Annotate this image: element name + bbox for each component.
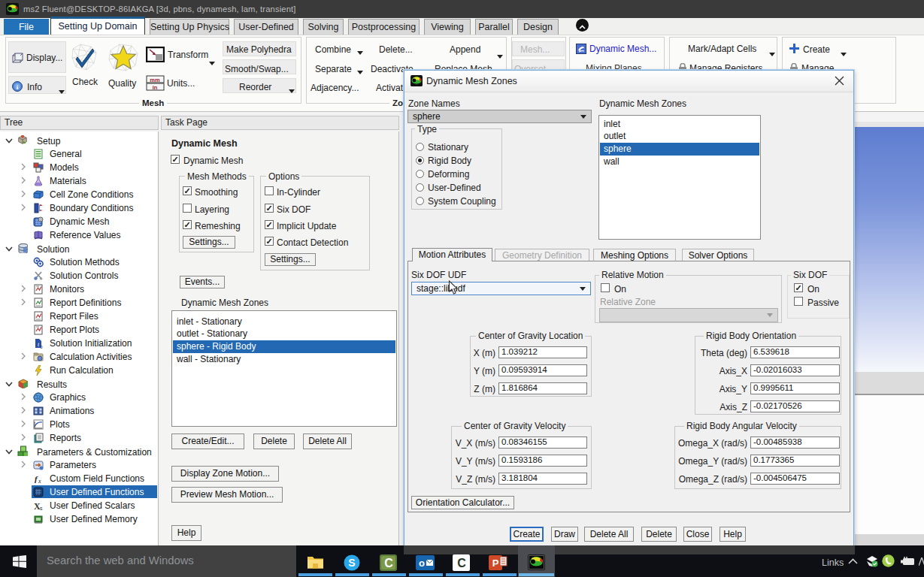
svg-text:0: 0 [40,345,43,349]
svg-text:C: C [457,557,466,569]
svg-text:mm: mm [150,77,160,83]
svg-text:in: in [153,84,158,91]
svg-text:o: o [419,557,425,569]
svg-text:P: P [492,557,499,569]
svg-text:s: s [40,506,43,511]
svg-text:S: S [348,557,355,569]
svg-text:C: C [384,557,393,569]
svg-text:x: x [38,478,41,484]
